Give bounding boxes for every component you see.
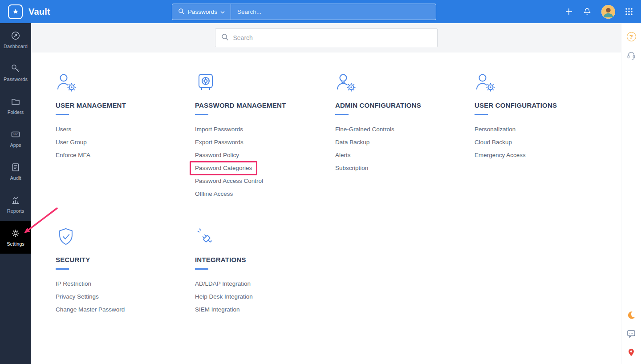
link-help-desk-integration[interactable]: Help Desk Integration xyxy=(195,293,253,300)
section-title: ADMIN CONFIGURATIONS xyxy=(335,101,475,109)
search-scope-select[interactable]: Passwords xyxy=(172,4,231,20)
section-title: INTEGRATIONS xyxy=(195,256,335,263)
link-password-categories[interactable]: Password Categories xyxy=(190,161,257,175)
user-avatar[interactable] xyxy=(601,5,615,19)
sidebar-item-label: Dashboard xyxy=(4,44,28,49)
link-siem-integration[interactable]: SIEM Integration xyxy=(195,306,240,313)
help-icon[interactable]: ? xyxy=(626,31,637,42)
sidebar-item-label: Settings xyxy=(7,241,24,247)
settings-search-input[interactable] xyxy=(233,34,431,41)
apps-grid-icon[interactable] xyxy=(625,8,633,16)
settings-search-band xyxy=(31,23,621,53)
right-rail: ? xyxy=(621,23,641,364)
link-password-access-control[interactable]: Password Access Control xyxy=(195,178,263,185)
section-links: AD/LDAP Integration Help Desk Integratio… xyxy=(195,280,335,313)
vault-logo-icon[interactable] xyxy=(8,4,23,19)
sections-row-2: SECURITY IP Restriction Privacy Settings… xyxy=(56,225,621,319)
topbar: Vault Passwords xyxy=(0,0,641,23)
reports-icon xyxy=(11,195,20,205)
sidebar-item-label: Audit xyxy=(10,175,21,181)
link-ad-ldap-integration[interactable]: AD/LDAP Integration xyxy=(195,280,251,287)
audit-icon xyxy=(11,162,20,172)
location-pin-icon[interactable] xyxy=(626,347,637,358)
gear-icon xyxy=(11,228,20,238)
user-configurations-icon xyxy=(475,70,617,93)
app-title: Vault xyxy=(28,7,50,17)
folder-icon xyxy=(11,97,20,106)
section-title: USER MANAGEMENT xyxy=(56,101,195,109)
global-search-bar: Passwords xyxy=(172,4,436,20)
link-change-master-password[interactable]: Change Master Password xyxy=(56,306,125,313)
section-accent-bar xyxy=(475,114,488,115)
link-user-group[interactable]: User Group xyxy=(56,139,87,146)
link-cloud-backup[interactable]: Cloud Backup xyxy=(475,139,512,146)
sidebar-item-label: Folders xyxy=(8,109,24,115)
key-icon xyxy=(11,64,20,73)
link-emergency-access[interactable]: Emergency Access xyxy=(475,152,526,159)
section-password-management: PASSWORD MANAGEMENT Import Passwords Exp… xyxy=(195,70,335,203)
sidebar-item-audit[interactable]: Audit xyxy=(0,155,31,188)
link-password-policy[interactable]: Password Policy xyxy=(195,152,239,159)
notifications-bell-icon[interactable] xyxy=(583,7,592,16)
sidebar-item-passwords[interactable]: Passwords xyxy=(0,56,31,89)
link-fine-grained-controls[interactable]: Fine-Grained Controls xyxy=(335,126,394,133)
sidebar-item-label: Reports xyxy=(7,208,24,214)
settings-search-box xyxy=(215,28,438,47)
sidebar-item-settings[interactable]: Settings xyxy=(0,221,31,254)
search-icon xyxy=(221,33,229,43)
link-alerts[interactable]: Alerts xyxy=(335,152,351,159)
link-users[interactable]: Users xyxy=(56,126,71,133)
link-ip-restriction[interactable]: IP Restriction xyxy=(56,280,91,287)
left-sidebar: Dashboard Passwords Folders SSO Apps Aud… xyxy=(0,23,31,364)
link-privacy-settings[interactable]: Privacy Settings xyxy=(56,293,99,300)
user-management-icon xyxy=(56,70,195,93)
feedback-chat-icon[interactable] xyxy=(626,328,637,339)
link-personalization[interactable]: Personalization xyxy=(475,126,515,133)
sidebar-item-reports[interactable]: Reports xyxy=(0,188,31,221)
sidebar-item-dashboard[interactable]: Dashboard xyxy=(0,23,31,56)
section-accent-bar xyxy=(335,114,349,115)
section-links: Import Passwords Export Passwords Passwo… xyxy=(195,126,335,198)
sidebar-item-label: Apps xyxy=(10,142,21,148)
section-user-configurations: USER CONFIGURATIONS Personalization Clou… xyxy=(475,70,617,203)
section-accent-bar xyxy=(56,268,69,270)
section-title: SECURITY xyxy=(56,256,195,263)
section-title: PASSWORD MANAGEMENT xyxy=(195,101,335,109)
sidebar-item-folders[interactable]: Folders xyxy=(0,89,31,122)
section-accent-bar xyxy=(195,268,208,270)
svg-text:SSO: SSO xyxy=(13,133,18,136)
sso-icon: SSO xyxy=(11,129,20,139)
global-search-input[interactable] xyxy=(231,4,436,20)
link-data-backup[interactable]: Data Backup xyxy=(335,139,369,146)
section-accent-bar xyxy=(56,114,69,115)
section-accent-bar xyxy=(195,114,208,115)
link-export-passwords[interactable]: Export Passwords xyxy=(195,139,243,146)
link-enforce-mfa[interactable]: Enforce MFA xyxy=(56,152,90,159)
link-offline-access[interactable]: Offline Access xyxy=(195,190,233,198)
sidebar-item-label: Passwords xyxy=(4,77,28,82)
section-links: IP Restriction Privacy Settings Change M… xyxy=(56,280,195,313)
link-import-passwords[interactable]: Import Passwords xyxy=(195,126,243,133)
search-scope-label: Passwords xyxy=(188,8,217,15)
shield-check-icon xyxy=(56,225,195,247)
safe-icon xyxy=(195,70,335,93)
link-subscription[interactable]: Subscription xyxy=(335,165,368,172)
search-icon xyxy=(178,8,185,16)
chevron-down-icon xyxy=(220,8,225,15)
topbar-actions xyxy=(565,5,633,19)
support-headset-icon[interactable] xyxy=(626,50,637,61)
help-glyph: ? xyxy=(627,32,636,41)
section-user-management: USER MANAGEMENT Users User Group Enforce… xyxy=(56,70,195,203)
sections-row-1: USER MANAGEMENT Users User Group Enforce… xyxy=(56,70,621,203)
integration-plug-icon xyxy=(195,225,335,247)
main-content: USER MANAGEMENT Users User Group Enforce… xyxy=(31,23,621,364)
section-integrations: INTEGRATIONS AD/LDAP Integration Help De… xyxy=(195,225,335,319)
section-title: USER CONFIGURATIONS xyxy=(475,101,617,109)
night-mode-moon-icon[interactable] xyxy=(626,310,637,320)
section-links: Users User Group Enforce MFA xyxy=(56,126,195,159)
admin-configurations-icon xyxy=(335,70,475,93)
section-links: Personalization Cloud Backup Emergency A… xyxy=(475,126,617,159)
add-icon[interactable] xyxy=(565,8,573,16)
sidebar-item-apps[interactable]: SSO Apps xyxy=(0,122,31,155)
dashboard-icon xyxy=(11,31,20,40)
